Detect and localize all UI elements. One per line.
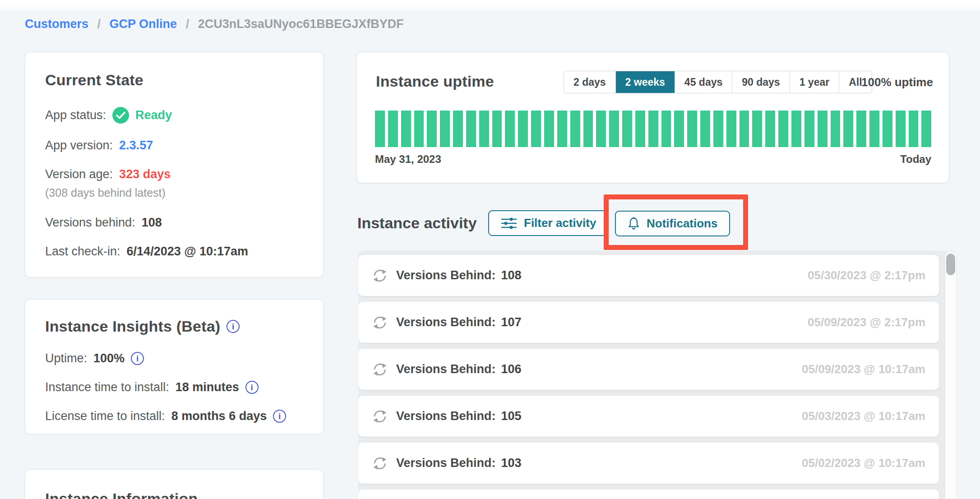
- current-state-title: Current State: [45, 71, 303, 89]
- uptime-bar: [518, 111, 528, 147]
- activity-row-label: Versions Behind:: [396, 409, 496, 423]
- uptime-bar: [570, 111, 580, 147]
- tab-1-year[interactable]: 1 year: [790, 71, 839, 93]
- breadcrumb-separator: /: [97, 17, 101, 31]
- activity-scrollbar-track[interactable]: [945, 251, 957, 499]
- uptime-label: Uptime:: [45, 351, 87, 365]
- uptime-bar: [388, 111, 398, 147]
- activity-row-value: 108: [501, 268, 522, 282]
- uptime-bar: [479, 111, 489, 147]
- license-install-value: 8 months 6 days: [171, 409, 267, 423]
- version-age-value: 323 days: [119, 167, 171, 181]
- uptime-bar: [765, 111, 775, 147]
- filter-activity-button[interactable]: Filter activity: [488, 210, 609, 236]
- uptime-bar: [856, 111, 866, 147]
- license-install-row: License time to install: 8 months 6 days…: [45, 409, 303, 423]
- uptime-bar: [791, 111, 801, 147]
- instance-install-label: Instance time to install:: [45, 380, 169, 394]
- activity-row[interactable]: Versions Behind: 105 05/03/2023 @ 10:17a…: [358, 396, 939, 437]
- uptime-bar: [674, 111, 684, 147]
- notifications-button[interactable]: Notifications: [615, 211, 730, 236]
- instance-insights-title-text: Instance Insights (Beta): [45, 318, 220, 335]
- info-icon[interactable]: i: [273, 410, 286, 423]
- activity-row[interactable]: Versions Behind: 107 05/09/2023 @ 2:17pm: [358, 302, 939, 343]
- license-install-label: License time to install:: [45, 409, 165, 423]
- uptime-range-tabs: 2 days2 weeks45 days90 days1 yearAll: [564, 71, 872, 93]
- uptime-bar: [921, 111, 931, 147]
- filter-activity-label: Filter activity: [524, 216, 596, 230]
- uptime-row: Uptime: 100% i: [45, 351, 303, 365]
- uptime-summary: 100% uptime: [861, 75, 933, 89]
- uptime-bar: [818, 111, 827, 147]
- sync-icon: [372, 361, 388, 378]
- activity-row-value: 103: [501, 456, 522, 470]
- uptime-bar: [869, 111, 879, 147]
- activity-row-value: 106: [501, 362, 522, 376]
- uptime-bar: [583, 111, 593, 147]
- check-circle-icon: [112, 107, 129, 124]
- instance-detail-page: Customers / GCP Online / 2CU3nL3saUNyoc6…: [0, 0, 980, 499]
- sync-icon: [372, 314, 388, 331]
- uptime-bar: [596, 111, 606, 147]
- info-icon[interactable]: i: [131, 352, 144, 365]
- versions-behind-row: Versions behind: 108: [45, 216, 303, 230]
- uptime-bar: [609, 111, 619, 147]
- uptime-bar: [648, 111, 658, 147]
- info-icon[interactable]: i: [245, 381, 259, 394]
- activity-row-label: Versions Behind:: [396, 315, 496, 329]
- activity-row-label: Versions Behind:: [396, 456, 496, 470]
- uptime-bar: [804, 111, 814, 147]
- sync-icon: [372, 268, 388, 284]
- tab-90-days[interactable]: 90 days: [732, 71, 789, 93]
- current-state-card: Current State App status: Ready App vers…: [25, 52, 324, 277]
- uptime-bar: [778, 111, 788, 147]
- uptime-bar: [492, 111, 502, 147]
- notifications-label: Notifications: [647, 217, 717, 231]
- versions-behind-value: 108: [142, 216, 162, 230]
- uptime-bar: [661, 111, 671, 147]
- axis-start-label: May 31, 2023: [375, 153, 441, 166]
- version-age-label: Version age:: [45, 167, 113, 181]
- instance-uptime-card: Instance uptime 2 days2 weeks45 days90 d…: [356, 52, 949, 183]
- instance-insights-card: Instance Insights (Beta) i Uptime: 100% …: [25, 299, 324, 434]
- tab-2-weeks[interactable]: 2 weeks: [615, 71, 675, 93]
- uptime-bar: [700, 111, 710, 147]
- instance-activity-title: Instance activity: [357, 214, 477, 232]
- uptime-bar: [557, 111, 567, 147]
- instance-information-title: Instance Information: [45, 490, 303, 499]
- sliders-icon: [501, 217, 517, 230]
- app-status-label: App status:: [45, 108, 106, 122]
- activity-row[interactable]: [358, 490, 939, 499]
- uptime-bar: [375, 111, 385, 147]
- uptime-bar: [466, 111, 476, 147]
- activity-row-timestamp: 05/30/2023 @ 2:17pm: [808, 268, 925, 282]
- uptime-bar: [909, 111, 919, 147]
- version-age-note: (308 days behind latest): [45, 186, 303, 199]
- last-checkin-label: Last check-in:: [45, 245, 120, 259]
- tab-2-days[interactable]: 2 days: [564, 71, 615, 93]
- axis-end-label: Today: [900, 153, 931, 166]
- breadcrumb-customers-link[interactable]: Customers: [25, 17, 88, 31]
- uptime-bar: [453, 111, 463, 147]
- version-age-row: Version age: 323 days: [45, 167, 303, 181]
- activity-row[interactable]: Versions Behind: 108 05/30/2023 @ 2:17pm: [358, 255, 939, 296]
- versions-behind-label: Versions behind:: [45, 216, 135, 230]
- breadcrumb-instance-id: 2CU3nL3saUNyoc61BBEGJXfBYDF: [198, 17, 404, 31]
- activity-row-timestamp: 05/02/2023 @ 10:17am: [802, 456, 925, 470]
- uptime-bar: [831, 111, 841, 147]
- instance-install-row: Instance time to install: 18 minutes i: [45, 380, 303, 394]
- activity-row[interactable]: Versions Behind: 106 05/09/2023 @ 10:17a…: [358, 349, 939, 390]
- activity-row[interactable]: Versions Behind: 103 05/02/2023 @ 10:17a…: [358, 443, 939, 484]
- instance-uptime-title: Instance uptime: [376, 73, 494, 90]
- app-version-label: App version:: [45, 139, 113, 152]
- activity-row-value: 105: [501, 409, 522, 423]
- uptime-bar: [843, 111, 853, 147]
- activity-row-label: Versions Behind:: [396, 362, 496, 376]
- activity-scrollbar-thumb[interactable]: [946, 254, 955, 275]
- tab-45-days[interactable]: 45 days: [675, 71, 732, 93]
- info-icon[interactable]: i: [227, 320, 240, 333]
- breadcrumb-customer-link[interactable]: GCP Online: [110, 17, 177, 31]
- uptime-bar: [740, 111, 749, 147]
- uptime-bar: [505, 111, 515, 147]
- uptime-bar: [687, 111, 697, 147]
